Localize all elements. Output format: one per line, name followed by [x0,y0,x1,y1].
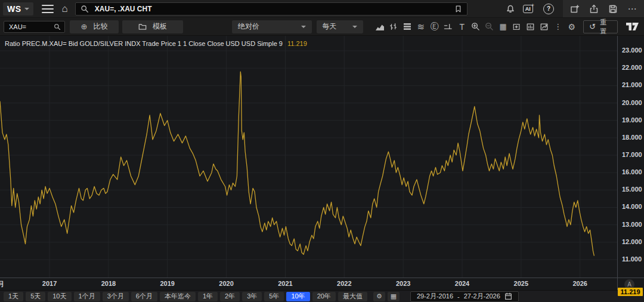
chevron-down-icon [24,8,29,10]
share-export-icon[interactable] [584,0,603,17]
help-icon[interactable]: ? [539,0,558,17]
y-tick-label: 17.000 [622,151,642,158]
app-menu-button[interactable]: WS [3,2,33,16]
measure-tool-icon[interactable] [441,20,455,34]
x-tick-label: 2025 [514,280,528,287]
date-to: 27-2月-2026 [464,292,500,301]
search-input[interactable] [94,4,450,14]
top-bar: WS ⌂ AI+ ? [0,0,644,18]
tradingview-logo-icon[interactable] [626,23,639,30]
plot-area[interactable]: Ratio PREC.M.XAU= Bid GOLD/SILVER INDX T… [0,36,617,278]
chevron-down-icon [301,26,306,28]
x-tick-label: 2023 [396,280,410,287]
snapshot-icon[interactable] [510,20,524,34]
save-icon[interactable] [603,0,623,17]
y-tick-label: 14.000 [622,203,642,210]
x-axis-labels: 月201720182019202020212022202320242025202… [0,278,617,290]
calendar-icon [504,292,512,300]
app-logo: WS [7,4,21,14]
y-tick-label: 21.000 [622,81,642,88]
search-icon [80,5,89,13]
chart-panel-icon[interactable] [524,20,537,34]
y-tick-label: 22.000 [622,64,642,71]
range-buttons: 1天5天10天1个月3个月6个月本年迄今1年2年3年5年10年20年最大值 [4,292,367,301]
kebab-menu-icon[interactable]: ⋮ [551,20,565,34]
x-tick-label: 2018 [101,280,116,287]
grid-layout-icon[interactable]: ▦ [496,20,510,34]
chart-canvas [0,36,617,278]
zoom-in-icon[interactable] [469,20,482,34]
more-options-icon[interactable]: ⋯ [623,0,642,17]
interval-dropdown[interactable]: 每天 [317,20,364,33]
y-tick-label: 18.000 [622,134,642,141]
symbol-input[interactable] [8,23,54,31]
y-tick-label: 15.000 [622,186,642,193]
compare-button[interactable]: ⊕ 比较 [70,20,119,33]
home-icon[interactable]: ⌂ [62,4,68,14]
reset-icon: ↺ [589,22,596,31]
chart-export-icon[interactable] [537,20,551,34]
search-icon [54,23,61,30]
x-tick-label: 2017 [42,280,57,287]
range-button-3个月[interactable]: 3个月 [103,292,129,301]
bar-chart-icon[interactable] [386,20,400,34]
range-toolbar: 1天5天10天1个月3个月6个月本年迄今1年2年3年5年10年20年最大值 ⚙ … [0,290,644,302]
date-range-picker[interactable]: 29-2月-2016 - 27-2月-2026 [410,291,519,302]
topbar-right-icons: AI+ ? ⋯ [501,0,644,17]
range-button-1天[interactable]: 1天 [4,292,23,301]
price-mode-dropdown[interactable]: 绝对价 [232,20,312,33]
ai-assistant-icon[interactable]: AI+ [520,0,539,17]
settings-gear-icon[interactable]: ⚙ [565,20,578,34]
workspace-window: WS ⌂ AI+ ? [0,0,644,302]
global-search[interactable] [75,2,467,16]
symbol-input-box[interactable] [4,21,65,33]
range-button-10天[interactable]: 10天 [48,292,71,301]
y-tick-label: 11.000 [622,255,642,263]
layers-icon[interactable] [400,20,414,34]
chart-toolbar: ⊕ 比较 模板 绝对价 每天 ≋ Ⓔ [0,18,644,36]
folder-icon [138,23,147,30]
bookmark-icon[interactable] [454,5,462,13]
y-tick-label: 16.000 [622,168,642,175]
range-button-本年迄今[interactable]: 本年迄今 [160,292,196,301]
range-settings-gear-icon[interactable]: ⚙ [373,292,385,301]
x-tick-label: 2026 [572,280,587,287]
panel-grid-icon[interactable]: ▦ [388,292,400,301]
range-button-6个月[interactable]: 6个月 [131,292,157,301]
range-button-1个月[interactable]: 1个月 [74,292,100,301]
events-icon[interactable]: Ⓔ [428,20,441,34]
area-chart-icon[interactable] [373,20,386,34]
window-actions-group: ⋯ [563,0,644,17]
y-tick-label: 23.000 [622,47,642,54]
x-tick-label: 2024 [455,280,469,287]
reset-button[interactable]: ↺ 重置 [583,20,618,33]
x-tick-label: 2022 [337,280,351,287]
template-button[interactable]: 模板 [122,20,183,33]
range-button-3年[interactable]: 3年 [242,292,262,301]
zoom-out-icon[interactable] [482,20,496,34]
range-button-5天[interactable]: 5天 [26,292,45,301]
chart-legend[interactable]: Ratio PREC.M.XAU= Bid GOLD/SILVER INDX T… [5,40,307,47]
chart-region: Ratio PREC.M.XAU= Bid GOLD/SILVER INDX T… [0,36,644,278]
chevron-down-icon [352,26,357,28]
x-axis[interactable]: 月201720182019202020212022202320242025202… [0,278,644,290]
compare-add-icon: ⊕ [81,22,88,31]
range-button-2年[interactable]: 2年 [220,292,240,301]
last-price-label: 11.219 [618,288,643,296]
menu-icon[interactable] [42,5,54,13]
range-button-10年[interactable]: 10年 [286,292,309,301]
x-tick-label: 2021 [278,280,292,287]
date-from: 29-2月-2016 [417,292,453,301]
range-button-20年[interactable]: 20年 [312,292,336,301]
text-tool-icon[interactable]: T [455,20,469,34]
new-window-icon[interactable] [565,0,584,17]
legend-last-value: 11.219 [287,40,307,47]
plus-icon: + [531,2,534,8]
legend-text: Ratio PREC.M.XAU= Bid GOLD/SILVER INDX T… [5,40,283,47]
range-button-1年[interactable]: 1年 [198,292,218,301]
range-button-最大值[interactable]: 最大值 [338,292,367,301]
waves-overlay-icon[interactable]: ≋ [414,20,428,34]
y-axis[interactable]: 23.00022.00021.00020.00019.00018.00017.0… [617,36,644,278]
notifications-bell-icon[interactable] [501,0,520,17]
range-button-5年[interactable]: 5年 [264,292,284,301]
